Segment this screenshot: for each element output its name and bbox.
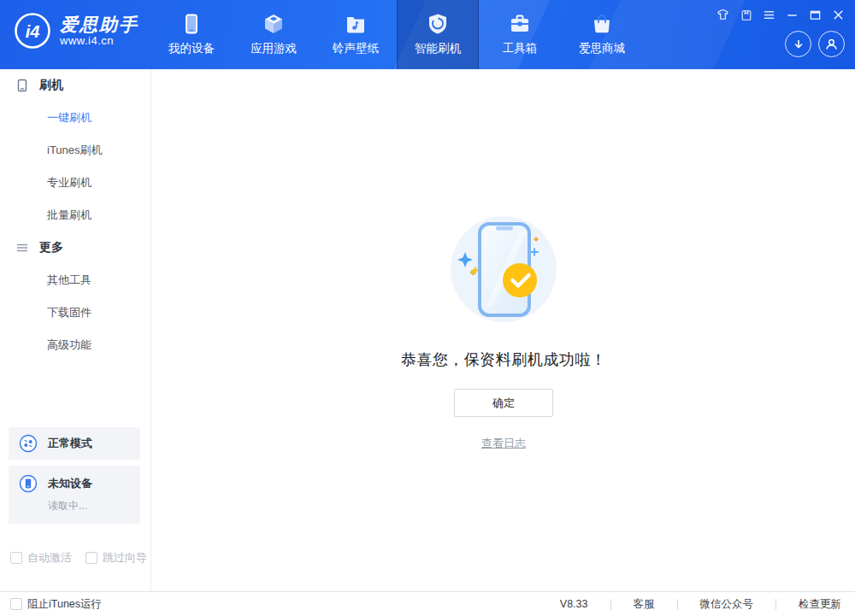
- feedback-icon[interactable]: [740, 9, 752, 21]
- sidebar-section-flash: 刷机: [0, 69, 150, 102]
- divider: [775, 599, 776, 610]
- sidebar-item-other-tools[interactable]: 其他工具: [0, 264, 150, 296]
- device-status: 读取中...: [48, 499, 140, 513]
- customer-service-link[interactable]: 客服: [634, 597, 655, 612]
- view-log-link[interactable]: 查看日志: [481, 436, 526, 451]
- sidebar-section-title: 刷机: [39, 78, 63, 93]
- tab-smart-flash[interactable]: 智能刷机: [397, 0, 479, 69]
- version-label: V8.33: [560, 598, 588, 610]
- checkbox-icon: [10, 552, 22, 564]
- tab-mall[interactable]: 爱思商城: [561, 0, 643, 69]
- menu-lines-icon: [15, 241, 29, 255]
- app-title: 爱思助手: [60, 15, 139, 34]
- sidebar-item-pro-flash[interactable]: 专业刷机: [0, 167, 150, 199]
- skip-wizard-checkbox[interactable]: 跳过向导: [86, 550, 147, 566]
- close-icon[interactable]: [832, 9, 845, 21]
- app-url: www.i4.cn: [60, 34, 139, 47]
- sidebar: 刷机 一键刷机 iTunes刷机 专业刷机 批量刷机 更多 其他工具 下载固件 …: [0, 69, 151, 591]
- ringtone-wallpaper-icon: [345, 13, 367, 35]
- wechat-official-link[interactable]: 微信公众号: [700, 597, 754, 612]
- unknown-device-icon: [19, 474, 38, 493]
- checkbox-icon: [86, 552, 97, 564]
- check-update-link[interactable]: 检查更新: [799, 597, 841, 612]
- device-icon: [180, 13, 203, 35]
- main-nav: 我的设备 应用游戏 铃声壁纸 智能刷机 工具箱: [150, 0, 643, 69]
- phone-icon: [15, 79, 29, 92]
- window-controls: [716, 9, 845, 21]
- sidebar-item-itunes-flash[interactable]: iTunes刷机: [0, 134, 150, 167]
- main-content: 恭喜您，保资料刷机成功啦！ 确定 查看日志: [152, 69, 855, 591]
- sidebar-item-batch-flash[interactable]: 批量刷机: [0, 199, 150, 232]
- user-icon[interactable]: [818, 31, 845, 57]
- mode-label: 正常模式: [48, 436, 92, 451]
- tab-toolbox[interactable]: 工具箱: [479, 0, 561, 69]
- tab-my-devices[interactable]: 我的设备: [150, 0, 233, 69]
- status-bar: 阻止iTunes运行 V8.33 客服 微信公众号 检查更新: [0, 591, 855, 616]
- device-card[interactable]: 未知设备 读取中...: [9, 466, 140, 524]
- tab-apps-games[interactable]: 应用游戏: [233, 0, 315, 69]
- toolbox-icon: [509, 13, 531, 35]
- svg-text:i4: i4: [26, 22, 40, 41]
- success-message: 恭喜您，保资料刷机成功啦！: [401, 349, 607, 370]
- minimize-icon[interactable]: [786, 9, 799, 21]
- confirm-button[interactable]: 确定: [454, 389, 553, 417]
- theme-icon[interactable]: [716, 9, 729, 21]
- divider: [610, 599, 611, 610]
- status-right-group: V8.33 客服 微信公众号 检查更新: [560, 597, 841, 612]
- device-label: 未知设备: [48, 476, 92, 491]
- i4-logo-icon: i4: [14, 12, 51, 50]
- sidebar-item-one-click-flash[interactable]: 一键刷机: [0, 102, 150, 134]
- sidebar-section-more: 更多: [0, 232, 150, 264]
- mode-card[interactable]: 正常模式: [9, 427, 140, 460]
- apps-games-icon: [262, 13, 285, 35]
- tab-ringtones-wallpapers[interactable]: 铃声壁纸: [315, 0, 397, 69]
- block-itunes-checkbox[interactable]: 阻止iTunes运行: [10, 597, 102, 612]
- app-logo[interactable]: i4 爱思助手 www.i4.cn: [14, 12, 139, 50]
- checkbox-icon: [10, 598, 22, 610]
- sidebar-section-title: 更多: [39, 240, 63, 255]
- download-icon[interactable]: [785, 31, 811, 57]
- mall-icon: [591, 13, 613, 35]
- phone-success-illustration: [431, 213, 576, 329]
- auto-activate-checkbox[interactable]: 自动激活: [10, 550, 72, 566]
- quick-buttons: [785, 31, 845, 57]
- divider: [677, 599, 678, 610]
- sidebar-item-advanced-features[interactable]: 高级功能: [0, 329, 150, 361]
- sidebar-checkboxes: 自动激活 跳过向导: [10, 550, 147, 566]
- maximize-icon[interactable]: [809, 9, 822, 21]
- mode-icon: [19, 434, 38, 453]
- menu-icon[interactable]: [763, 9, 775, 21]
- app-header: i4 爱思助手 www.i4.cn 我的设备 应用游戏 铃声壁纸: [0, 0, 855, 69]
- sidebar-item-download-firmware[interactable]: 下载固件: [0, 296, 150, 329]
- smart-flash-icon: [427, 13, 449, 35]
